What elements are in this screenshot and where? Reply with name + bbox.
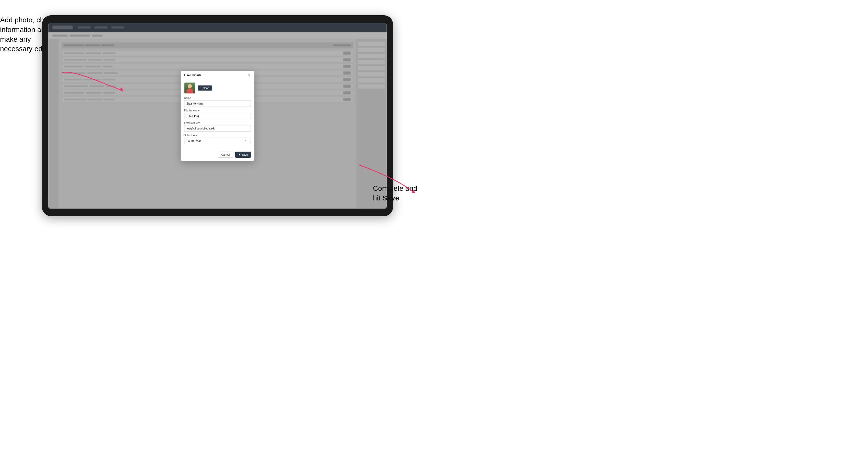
upload-photo-button[interactable]: Upload [198,86,212,91]
save-icon: ⬆ [238,153,240,156]
school-year-select-wrapper: × ⌄ [184,137,251,144]
save-button-label: Save [241,153,248,156]
select-clear-icon[interactable]: × [245,139,246,142]
user-details-modal: User details × Upload Name [181,71,254,161]
cancel-button[interactable]: Cancel [218,152,233,158]
email-field-group: Email address [184,122,251,132]
modal-title: User details [184,73,202,77]
modal-footer: Cancel ⬆ Save [181,150,254,161]
modal-header: User details × [181,71,254,80]
modal-body: Upload Name Display name Email addre [181,80,254,150]
user-photo [184,83,195,93]
photo-thumbnail [184,83,195,94]
email-label: Email address [184,122,251,124]
select-arrow-icon: ⌄ [248,139,249,142]
tablet-screen: User details × Upload Name [48,23,387,209]
school-year-field-group: School Year × ⌄ [184,134,251,144]
name-input[interactable] [184,100,251,107]
school-year-input[interactable] [184,137,251,144]
modal-overlay: User details × Upload Name [48,23,387,209]
modal-close-button[interactable]: × [247,73,251,77]
display-name-label: Display name [184,109,251,112]
annotation-period: . [399,194,401,202]
tablet-device: User details × Upload Name [42,15,393,216]
name-label: Name [184,97,251,99]
display-name-input[interactable] [184,113,251,119]
save-button[interactable]: ⬆ Save [235,152,251,158]
email-input[interactable] [184,125,251,132]
photo-section: Upload [184,83,251,94]
school-year-label: School Year [184,134,251,137]
name-field-group: Name [184,97,251,107]
display-name-field-group: Display name [184,109,251,119]
